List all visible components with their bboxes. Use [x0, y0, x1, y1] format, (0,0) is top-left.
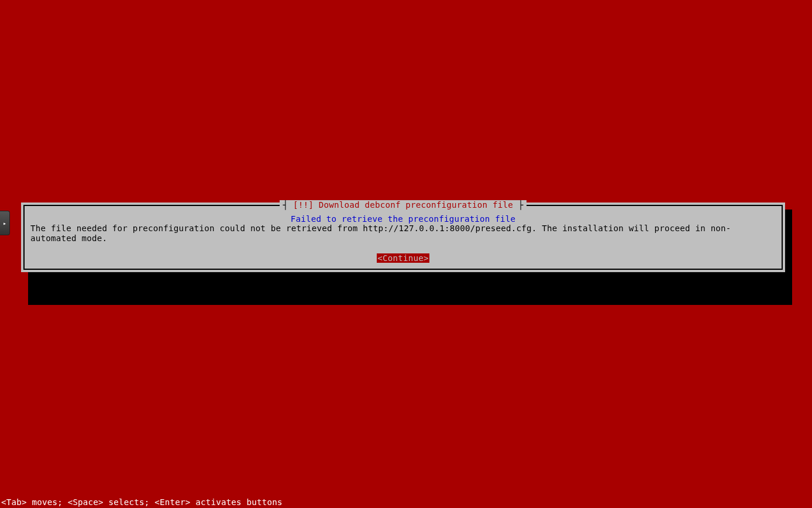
footer-hint: <Tab> moves; <Space> selects; <Enter> ac… [0, 497, 283, 507]
dialog-title-wrap: [!!] Download debconf preconfiguration f… [30, 200, 776, 210]
dialog-inner: [!!] Download debconf preconfiguration f… [23, 205, 783, 270]
dialog-body-text: The file needed for preconfiguration cou… [30, 224, 776, 244]
button-row: <Continue> [30, 253, 776, 263]
chevron-right-icon: ▸ [3, 220, 6, 226]
side-expand-tab[interactable]: ▸ [0, 211, 10, 235]
dialog-subtitle: Failed to retrieve the preconfiguration … [30, 214, 776, 224]
dialog-title: [!!] Download debconf preconfiguration f… [280, 200, 527, 210]
continue-button[interactable]: <Continue> [377, 253, 429, 263]
dialog: [!!] Download debconf preconfiguration f… [21, 202, 785, 272]
